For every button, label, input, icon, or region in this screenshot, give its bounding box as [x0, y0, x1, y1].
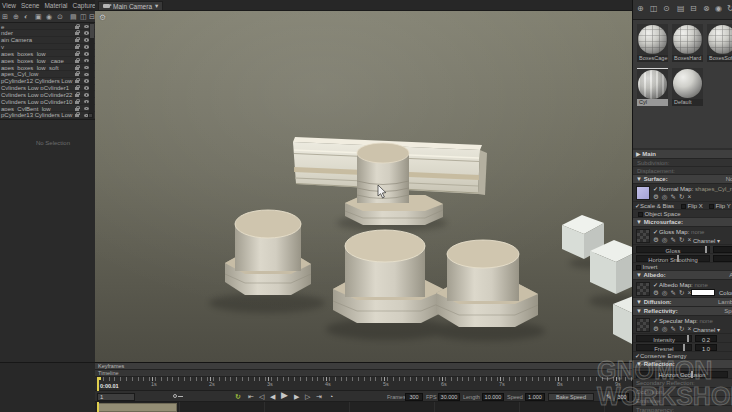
speed-field[interactable]: 1.000 [525, 393, 545, 401]
material-item[interactable]: BoxesCage [637, 24, 668, 62]
fresnel-slider-handle[interactable] [683, 344, 685, 351]
gloss-value-field[interactable] [713, 246, 732, 253]
delete-material-icon[interactable]: ⊟ [690, 4, 697, 14]
horizon-occlusion-slider[interactable]: Horizon Occlusion [636, 371, 728, 378]
render-preview-button[interactable]: ◔ [329, 392, 333, 401]
delete-icon[interactable]: ⊟ [89, 12, 95, 22]
albedo-color-swatch[interactable] [691, 289, 715, 296]
intensity-slider-handle[interactable] [687, 335, 689, 342]
section-main[interactable]: ▶ Main [633, 150, 732, 159]
folder-icon[interactable]: ▤ [70, 12, 77, 22]
scene-item[interactable]: apes_boxes_low _cage [0, 57, 95, 64]
preview-icon[interactable]: ◎ [662, 325, 671, 332]
chevron-down-icon[interactable]: ▾ [155, 2, 158, 10]
section-displacement-disabled[interactable]: Displacement: [633, 167, 732, 175]
preview-sphere-icon[interactable]: ⊙ [663, 4, 670, 14]
scene-item[interactable]: ain Camera [0, 37, 95, 44]
split-view-icon[interactable]: ⊗ [703, 4, 710, 14]
viewport-settings-gear-icon[interactable]: ⚙ [99, 14, 106, 22]
intensity-slider[interactable]: Intensity [636, 335, 692, 342]
lock-icon[interactable] [75, 114, 79, 117]
scene-list-scrollbar[interactable] [89, 23, 94, 119]
horizon-smoothing-value-field[interactable] [713, 255, 732, 262]
scene-item[interactable]: Cylinders Low pCylinder1 [0, 85, 95, 92]
material-item[interactable]: Default [672, 68, 703, 106]
section-microsurface[interactable]: ▼ Microsurface: Gloss [633, 218, 732, 227]
timeline-scroll-handle[interactable] [97, 403, 177, 412]
refresh-material-icon[interactable]: ↻ [727, 4, 732, 14]
lock-icon[interactable] [75, 39, 79, 42]
horizon-smoothing-slider-handle[interactable] [677, 255, 679, 262]
material-item[interactable]: BoxesSoft [707, 24, 732, 62]
next-frame-button[interactable]: ▶ [294, 392, 299, 401]
section-occlusion-disabled[interactable]: Occlusion: [633, 388, 732, 397]
grid-icon[interactable]: ▣ [35, 12, 42, 22]
surface-model-label[interactable]: Normals [726, 175, 732, 183]
lock-icon[interactable] [75, 60, 79, 63]
lock-icon[interactable] [75, 32, 79, 35]
paint-icon[interactable]: ✎ [671, 325, 679, 332]
channel-dropdown[interactable]: Channel ▾ [693, 237, 720, 244]
add-keyframe-icon[interactable] [173, 394, 177, 398]
gloss-slider[interactable]: Gloss [636, 246, 710, 253]
flip-x-checkbox[interactable]: Flip X [681, 202, 703, 210]
scene-item[interactable]: pCylinder12 Cylinders Low [0, 78, 95, 85]
go-to-end-button[interactable]: ⇥ [316, 392, 322, 401]
material-item[interactable]: BoxesHard [672, 24, 703, 62]
specular-map-thumbnail[interactable] [636, 318, 650, 332]
diffusion-model-label[interactable]: Lambertian [718, 298, 732, 306]
scene-item[interactable]: Cylinders Low pCylinder22 [0, 91, 95, 98]
scrollbar-handle[interactable] [90, 24, 94, 38]
gloss-slider-handle[interactable] [705, 246, 707, 253]
albedo-map-thumbnail[interactable] [636, 282, 650, 296]
preview-icon[interactable]: ◎ [662, 193, 671, 200]
scene-item[interactable]: e [0, 23, 95, 30]
scene-item[interactable]: apes_Cyl_low [0, 71, 95, 78]
scene-item[interactable]: pCylinder13 Cylinders Low [0, 112, 95, 119]
add-light-icon[interactable]: ⊕ [13, 12, 19, 22]
section-diffusion[interactable]: ▼ Diffusion: Lambertian [633, 298, 732, 307]
object-space-checkbox[interactable]: Object Space [638, 210, 681, 218]
loop-button[interactable]: ↻ [235, 392, 241, 401]
flip-y-checkbox[interactable]: Flip Y [709, 202, 731, 210]
length-field[interactable]: 10.000 [482, 393, 504, 401]
timeline-scrollbar[interactable] [95, 402, 632, 412]
section-albedo[interactable]: ▼ Albedo: Albedo [633, 271, 732, 280]
timeline-header[interactable]: Timeline [95, 370, 632, 377]
scene-item[interactable]: apes_boxes_low_soft [0, 64, 95, 71]
prev-frame-button[interactable]: ◀ [270, 392, 275, 401]
menu-scene[interactable]: Scene [21, 2, 39, 9]
lock-icon[interactable] [75, 67, 79, 70]
duplicate-icon[interactable]: ◫ [80, 12, 87, 22]
preview-icon[interactable]: ◎ [662, 236, 671, 243]
lock-icon[interactable] [75, 101, 79, 104]
lock-icon[interactable] [75, 73, 79, 76]
channel-dropdown[interactable]: Channel ▾ [693, 326, 720, 333]
gear-icon[interactable]: ⚙ [653, 289, 662, 296]
shadow-icon[interactable]: ◐ [24, 12, 28, 22]
new-material-icon[interactable]: ⊕ [637, 4, 644, 14]
menu-capture[interactable]: Capture [73, 2, 96, 9]
add-object-icon[interactable]: ⊞ [2, 12, 8, 22]
conserve-energy-checkbox[interactable]: ✓Conserve Energy [635, 352, 686, 360]
lock-icon[interactable] [75, 80, 79, 83]
paint-icon[interactable]: ✎ [671, 236, 679, 243]
apply-material-icon[interactable]: ◉ [715, 4, 722, 14]
gear-icon[interactable]: ⚙ [653, 236, 662, 243]
scene-item[interactable]: apes_boxes_low [0, 50, 95, 57]
gear-icon[interactable]: ⚙ [653, 193, 662, 200]
lock-icon[interactable] [75, 108, 79, 111]
material-item-selected[interactable]: Cyl [637, 68, 668, 106]
menu-view[interactable]: View [2, 2, 16, 9]
horizon-occlusion-handle[interactable] [691, 371, 693, 378]
camera-tab[interactable]: Main Camera ▾ [98, 1, 163, 10]
section-reflection[interactable]: ▼ Reflection: [633, 360, 732, 369]
pencil-icon[interactable]: ✎ [606, 393, 611, 400]
timeline-ruler[interactable]: 1s 2s 3s 4s 5s 6s 7s 8s 9s 0:00.01 [95, 377, 632, 391]
intensity-value-field[interactable]: 0.2 [695, 335, 717, 342]
section-reflectivity[interactable]: ▼ Reflectivity: Specular [633, 307, 732, 316]
preview-icon[interactable]: ◎ [662, 289, 671, 296]
invert-checkbox[interactable]: Invert [636, 263, 658, 271]
lock-icon[interactable] [75, 94, 79, 97]
section-secondary-reflection-disabled[interactable]: Secondary Reflection: [633, 379, 732, 388]
